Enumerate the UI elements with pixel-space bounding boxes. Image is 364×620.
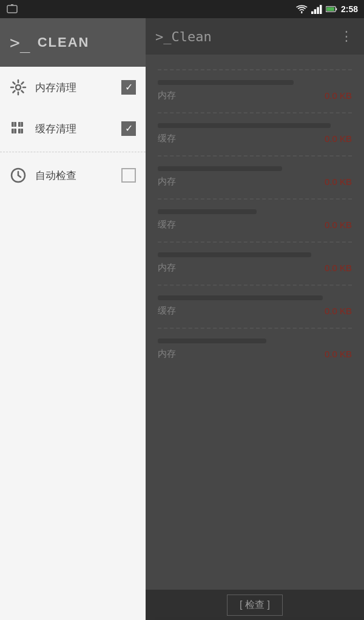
svg-rect-1 — [11, 4, 13, 5]
grid-icon — [10, 120, 27, 137]
svg-rect-3 — [314, 9, 315, 14]
svg-rect-16 — [13, 129, 15, 133]
sidebar-divider — [0, 152, 146, 152]
svg-line-20 — [18, 175, 21, 177]
app-terminal-icon: >_ — [10, 33, 30, 53]
sidebar-item-cache-clean-label: 缓存清理 — [35, 122, 113, 136]
sidebar-item-auto-check-label: 自动检查 — [35, 169, 113, 183]
sidebar-item-auto-check[interactable]: 自动检查 — [0, 155, 146, 196]
svg-rect-17 — [20, 129, 21, 133]
signal-icon — [311, 4, 323, 14]
main-scrim[interactable] — [146, 18, 364, 620]
svg-rect-7 — [336, 8, 337, 10]
svg-point-9 — [16, 85, 21, 90]
battery-icon — [326, 6, 337, 12]
main-content: >_Clean ⋮ 内存0.0 KB缓存0.0 KB内存0.0 KB缓存0.0 … — [146, 18, 364, 620]
svg-rect-0 — [7, 5, 17, 13]
app-icon — [6, 3, 18, 15]
app-container: >_ CLEAN 内存清理 ✓ — [0, 18, 364, 620]
status-time: 2:58 — [341, 4, 358, 14]
svg-rect-4 — [317, 7, 318, 14]
status-bar: 2:58 — [0, 0, 364, 18]
svg-rect-2 — [311, 11, 313, 14]
svg-rect-14 — [13, 122, 15, 127]
sidebar-item-memory-clean[interactable]: 内存清理 ✓ — [0, 67, 146, 108]
cache-clean-checkbox[interactable]: ✓ — [121, 121, 136, 136]
status-bar-left — [6, 3, 18, 15]
gear-icon — [10, 79, 27, 96]
svg-rect-5 — [320, 5, 322, 14]
svg-rect-15 — [20, 122, 21, 127]
memory-clean-checkbox[interactable]: ✓ — [121, 80, 136, 95]
svg-rect-8 — [327, 7, 335, 11]
sidebar-item-cache-clean[interactable]: 缓存清理 ✓ — [0, 108, 146, 149]
sidebar-header-title: CLEAN — [38, 35, 90, 50]
auto-check-checkbox[interactable] — [121, 168, 136, 183]
wifi-icon — [296, 5, 308, 14]
clock-icon — [10, 167, 27, 184]
status-bar-right: 2:58 — [296, 4, 358, 14]
sidebar-item-memory-clean-label: 内存清理 — [35, 81, 113, 95]
sidebar-drawer: >_ CLEAN 内存清理 ✓ — [0, 18, 146, 620]
sidebar-header: >_ CLEAN — [0, 18, 146, 67]
